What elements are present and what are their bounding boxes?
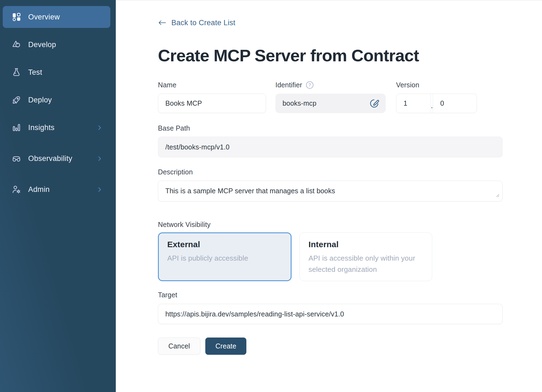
network-visibility-options: External API is publicly accessible Inte… [158,232,503,281]
sidebar-item-admin[interactable]: Admin [3,178,110,200]
version-separator: . [431,94,433,113]
sidebar-item-overview[interactable]: Overview [3,6,110,28]
rocket-icon [11,95,21,105]
sidebar-item-label: Deploy [28,96,52,104]
base-path-label: Base Path [158,124,503,132]
sidebar-item-develop[interactable]: Develop [3,34,110,56]
sidebar: Overview Develop Test [0,0,116,392]
option-description: API is publicly accessible [167,253,282,264]
chevron-right-icon [96,125,103,131]
app-window: Overview Develop Test [0,0,542,392]
sidebar-item-test[interactable]: Test [3,61,110,83]
option-title: External [167,240,282,249]
version-major-input[interactable] [396,94,431,113]
back-link-label: Back to Create List [171,19,235,27]
option-external[interactable]: External API is publicly accessible [158,232,292,281]
flask-icon [11,67,21,77]
form-actions: Cancel Create [158,338,503,355]
option-title: Internal [309,240,423,249]
version-field: . [396,94,477,113]
user-gear-icon [11,185,21,194]
main-content: Back to Create List Create MCP Server fr… [116,0,542,392]
sidebar-item-label: Develop [28,41,56,49]
chevron-right-icon [96,186,103,193]
sidebar-item-label: Observability [28,154,72,163]
help-icon[interactable]: ? [306,81,313,89]
form-row-1: Name Identifier ? [158,81,503,113]
version-label: Version [396,81,477,89]
name-input[interactable] [158,94,266,113]
sidebar-item-label: Insights [28,123,54,132]
description-label: Description [158,168,503,176]
name-label: Name [158,81,266,89]
shapes-icon [11,40,21,50]
option-internal[interactable]: Internal API is accessible only within y… [299,232,432,281]
sidebar-item-label: Test [28,68,42,77]
target-label: Target [158,291,503,299]
target-input[interactable] [158,304,503,324]
sidebar-item-insights[interactable]: Insights [3,117,110,139]
base-path-input[interactable] [158,137,503,157]
edit-identifier-button[interactable] [369,98,380,109]
sidebar-item-deploy[interactable]: Deploy [3,89,110,111]
bar-chart-icon [11,123,21,132]
cancel-button[interactable]: Cancel [158,338,200,355]
identifier-label: Identifier ? [275,81,386,89]
create-button[interactable]: Create [205,338,246,355]
back-link[interactable]: Back to Create List [158,18,235,27]
edit-icon [369,99,379,108]
description-textarea[interactable]: This is a sample MCP server that manages… [158,181,503,201]
page-title: Create MCP Server from Contract [158,47,503,65]
sidebar-item-observability[interactable]: Observability [3,148,110,169]
dashboard-icon [11,12,21,22]
sidebar-item-label: Admin [28,185,50,194]
option-description: API is accessible only within your selec… [309,253,423,275]
chevron-right-icon [96,155,103,162]
version-minor-input[interactable] [433,94,477,113]
identifier-field [275,94,386,113]
arrow-left-icon [158,19,167,26]
sidebar-item-label: Overview [28,13,60,21]
network-visibility-label: Network Visibility [158,221,503,229]
binoculars-icon [11,154,21,163]
